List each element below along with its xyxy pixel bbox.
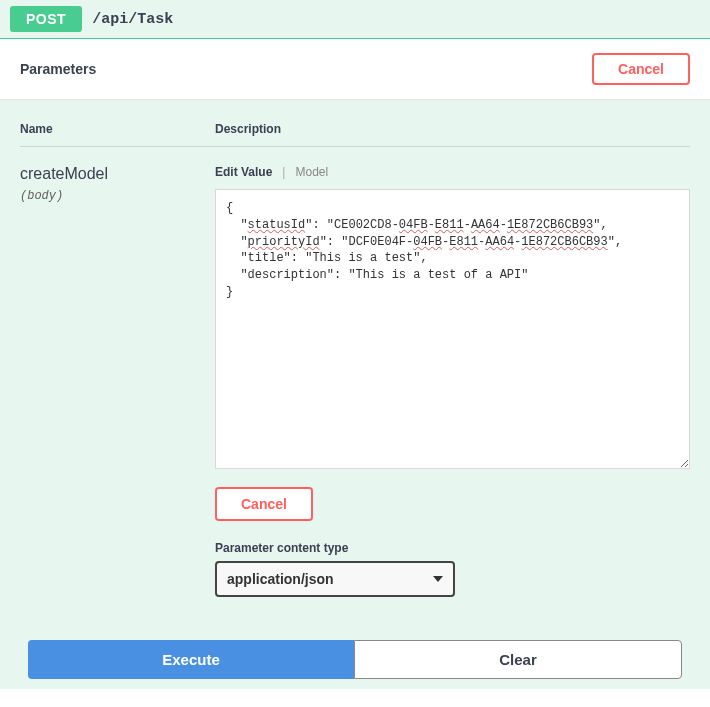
tab-edit-value[interactable]: Edit Value [215,165,272,179]
content-type-label: Parameter content type [215,541,690,555]
column-description: Description [215,122,690,136]
body-textarea[interactable]: { "statusId": "CE002CD8-04FB-E811-AA64-1… [215,189,690,469]
parameters-body: Name Description createModel (body) Edit… [0,100,710,622]
operation-header[interactable]: POST /api/Task [0,0,710,39]
content-type-select[interactable]: application/json [215,561,455,597]
cancel-button[interactable]: Cancel [592,53,690,85]
parameters-header: Parameters Cancel [0,39,710,100]
tab-separator: | [282,165,285,179]
action-buttons: Execute Clear [0,622,710,689]
param-name: createModel [20,165,215,183]
param-in: (body) [20,189,215,203]
tab-model[interactable]: Model [295,165,328,179]
clear-button[interactable]: Clear [354,640,682,679]
parameter-row: createModel (body) Edit Value | Model { … [20,147,690,597]
endpoint-path: /api/Task [92,11,173,28]
column-name: Name [20,122,215,136]
value-tabs: Edit Value | Model [215,165,690,179]
http-method-badge: POST [10,6,82,32]
columns-header: Name Description [20,100,690,147]
parameters-title: Parameters [20,61,96,77]
cancel-body-button[interactable]: Cancel [215,487,313,521]
execute-button[interactable]: Execute [28,640,354,679]
